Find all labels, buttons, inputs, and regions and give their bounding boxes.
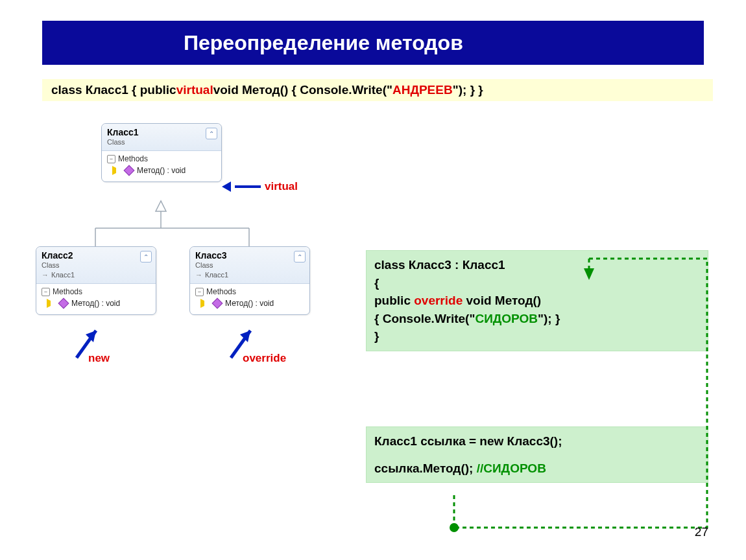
codebox1-line4: { Console.Write("СИДОРОВ"); }	[374, 310, 700, 328]
uml-class1-name: Класс1	[107, 127, 216, 137]
uml-class3-body: − Methods Метод() : void	[190, 284, 309, 314]
codebox1-l3-a: public	[374, 294, 414, 307]
uml-class2-method: Метод() : void	[57, 299, 150, 308]
annotation-virtual-text: virtual	[265, 180, 298, 193]
codebox2-line1: Класс1 ссылка = new Класс3();	[374, 432, 700, 450]
uml-class1-header: Класс1 Class ⌃	[102, 124, 221, 151]
uml-class1: Класс1 Class ⌃ − Methods Метод() : void	[101, 123, 222, 182]
slide-page: Переопределение методов class Класс1 { p…	[0, 0, 746, 560]
svg-marker-6	[86, 331, 96, 342]
codebox2-l2-literal: СИДОРОВ	[483, 461, 546, 475]
uml-class2-type: Class	[42, 261, 150, 269]
code-strip-literal: АНДРЕЕВ	[392, 83, 453, 97]
uml-class3-section-label: − Methods	[195, 287, 304, 296]
minus-icon[interactable]: −	[195, 288, 204, 296]
codebox-usage: Класс1 ссылка = new Класс3(); ссылка.Мет…	[366, 426, 708, 483]
codebox1-l4-c: "); }	[538, 312, 560, 325]
uml-class1-section-text: Methods	[118, 154, 148, 163]
annotation-override-text: override	[243, 352, 286, 365]
uml-class3-type: Class	[195, 261, 304, 269]
annotation-virtual: virtual	[222, 180, 298, 193]
arrow-left-icon	[222, 181, 231, 192]
method-marker-icon	[47, 299, 56, 308]
code-strip-p1: class Класс1 { public	[51, 83, 176, 97]
codebox2-line2: ссылка.Метод(); //СИДОРОВ	[374, 460, 700, 478]
codebox1-l4-a: { Console.Write("	[374, 312, 475, 325]
collapse-icon[interactable]: ⌃	[294, 251, 306, 262]
uml-class2-header: Класс2 Class Класс1 ⌃	[36, 247, 156, 284]
uml-class1-method: Метод() : void	[123, 166, 216, 175]
svg-marker-0	[156, 201, 166, 211]
method-cube-icon	[58, 298, 69, 309]
collapse-icon[interactable]: ⌃	[206, 128, 217, 139]
method-marker-icon	[112, 166, 121, 175]
codebox1-l3-override: override	[414, 294, 463, 307]
uml-class1-method-text: Метод() : void	[137, 166, 186, 175]
svg-marker-8	[240, 331, 250, 342]
uml-class1-section-label: − Methods	[107, 154, 216, 163]
slide-title: Переопределение методов	[184, 31, 463, 55]
uml-class3-inherit: Класс1	[195, 271, 304, 279]
uml-class2-name: Класс2	[42, 250, 150, 261]
uml-class3-method: Метод() : void	[211, 299, 304, 308]
uml-class1-type: Class	[107, 138, 216, 146]
uml-class3-section-text: Methods	[206, 287, 236, 296]
code-strip: class Класс1 { public virtual void Метод…	[42, 79, 713, 101]
minus-icon[interactable]: −	[107, 155, 115, 163]
method-cube-icon	[124, 165, 135, 176]
uml-class3-name: Класс3	[195, 250, 304, 261]
uml-class1-body: − Methods Метод() : void	[102, 151, 221, 181]
svg-point-10	[450, 523, 459, 532]
arrow-shaft	[235, 185, 261, 188]
code-strip-p3: "); } }	[453, 83, 483, 97]
code-strip-p2: void Метод() { Console.Write("	[213, 83, 392, 97]
codebox-class3: class Класс3 : Класс1 { public override …	[366, 250, 708, 351]
annotation-new-text: new	[88, 352, 110, 365]
uml-class2: Класс2 Class Класс1 ⌃ − Methods Метод() …	[36, 246, 156, 315]
codebox2-l2-slashes: //	[477, 461, 484, 475]
codebox1-line3: public override void Метод()	[374, 292, 700, 310]
codebox1-line2: {	[374, 274, 700, 292]
codebox1-l4-literal: СИДОРОВ	[475, 312, 538, 325]
method-marker-icon	[200, 299, 210, 308]
codebox2-l2-a: ссылка.Метод();	[374, 461, 477, 475]
uml-class3-header: Класс3 Class Класс1 ⌃	[190, 247, 309, 284]
uml-class2-section-text: Methods	[53, 287, 82, 296]
title-bar: Переопределение методов	[42, 21, 704, 65]
uml-class3: Класс3 Class Класс1 ⌃ − Methods Метод() …	[189, 246, 310, 315]
page-number: 27	[695, 525, 708, 539]
collapse-icon[interactable]: ⌃	[140, 251, 152, 262]
codebox1-line5: }	[374, 327, 700, 345]
uml-class2-section-label: − Methods	[42, 287, 150, 296]
method-cube-icon	[212, 298, 223, 309]
uml-class3-method-text: Метод() : void	[225, 299, 274, 308]
uml-class2-body: − Methods Метод() : void	[36, 284, 156, 314]
codebox1-line1: class Класс3 : Класс1	[374, 256, 700, 274]
uml-class2-inherit: Класс1	[42, 271, 150, 279]
uml-class2-method-text: Метод() : void	[71, 299, 120, 308]
minus-icon[interactable]: −	[42, 288, 50, 296]
codebox1-l3-c: void Метод()	[463, 294, 541, 307]
spacer	[374, 450, 700, 460]
code-strip-virtual: virtual	[176, 83, 213, 97]
